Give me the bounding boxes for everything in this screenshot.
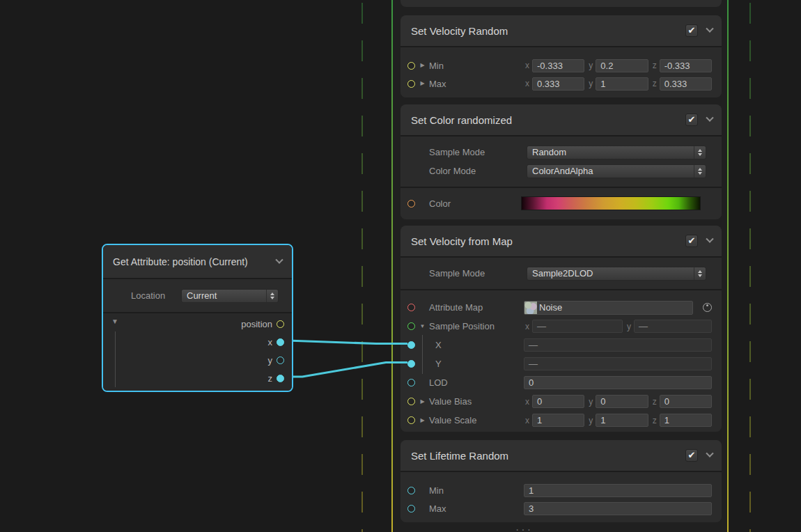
port-z[interactable] <box>277 375 284 382</box>
block-header[interactable]: Set Velocity from Map✔ <box>400 226 722 256</box>
port-attribute-map[interactable] <box>407 304 415 311</box>
node-title: Get Attribute: position (Current) <box>113 256 277 267</box>
property-section: Attribute MapNoise▼Sample Positionx—y—X—… <box>400 290 722 432</box>
axis-value-field[interactable]: 0 <box>532 395 584 408</box>
x-linked-field[interactable]: — <box>524 338 712 352</box>
block-header[interactable]: Set Color randomized✔ <box>400 104 722 135</box>
expander-collapsed-icon[interactable]: ▶ <box>418 411 427 430</box>
value-area: x0.333y1z0.333 <box>521 77 712 91</box>
axis-value-field[interactable]: 1 <box>596 414 648 427</box>
property-row-value-scale: ▶Value Scalex1y1z1 <box>400 411 722 430</box>
chevron-down-icon[interactable] <box>706 235 713 243</box>
sample-mode-dropdown-value: Random <box>527 147 694 157</box>
axis-label: x <box>525 416 529 425</box>
outputs-expander-icon[interactable]: ▼ <box>111 318 118 325</box>
value-area: 0 <box>521 376 712 389</box>
setting-label: Sample Mode <box>429 268 527 279</box>
location-value: Current <box>182 290 266 301</box>
axis-value-field[interactable]: -0.333 <box>532 59 584 72</box>
block-set-velocity-random[interactable]: Set Velocity Random✔▶Minx-0.333y0.2z-0.3… <box>400 15 722 97</box>
output-row-position: position <box>103 315 292 333</box>
block-set-color-randomized[interactable]: Set Color randomized✔Sample ModeRandomCo… <box>400 104 722 219</box>
min-field[interactable]: 1 <box>524 484 712 497</box>
axis-value-field[interactable]: — <box>532 320 623 333</box>
port-y[interactable] <box>277 357 284 364</box>
port-min[interactable] <box>407 487 415 494</box>
port-max[interactable] <box>407 505 415 513</box>
axis-value-field[interactable]: 0.2 <box>596 59 648 72</box>
location-dropdown[interactable]: Current <box>181 289 279 303</box>
enabled-checkbox[interactable]: ✔ <box>685 24 698 37</box>
port-color[interactable] <box>407 200 415 208</box>
axis-value-field[interactable]: 0.333 <box>660 77 712 91</box>
axis-value-field[interactable]: -0.333 <box>660 59 712 72</box>
dropdown-arrows-icon <box>694 165 706 178</box>
block-cropped-top[interactable] <box>400 0 722 7</box>
property-label: Min <box>429 485 521 496</box>
chevron-down-icon[interactable] <box>706 450 713 457</box>
settings-section: Sample ModeSample2DLOD <box>400 258 722 289</box>
chevron-down-icon[interactable] <box>275 256 283 263</box>
expander-collapsed-icon[interactable]: ▶ <box>418 392 427 411</box>
axis-value-field[interactable]: 1 <box>660 414 712 427</box>
axis-value-field[interactable]: 0.333 <box>532 77 584 91</box>
expander-expanded-icon[interactable]: ▼ <box>418 317 427 336</box>
axis-value-field[interactable]: — <box>634 320 712 333</box>
expander-collapsed-icon[interactable]: ▶ <box>418 75 427 93</box>
axis-value-field[interactable]: 0 <box>660 395 712 408</box>
port-value-scale[interactable] <box>407 416 415 424</box>
block-header[interactable]: Set Velocity Random✔ <box>400 15 722 46</box>
axis-label: y <box>589 397 593 407</box>
block-set-lifetime-random[interactable]: Set Lifetime Random✔Min1Max3 <box>400 440 722 522</box>
property-row-value-bias: ▶Value Biasx0y0z0 <box>400 392 722 411</box>
block-title: Set Velocity from Map <box>411 235 685 247</box>
property-label: Sample Position <box>429 321 521 331</box>
block-title: Set Lifetime Random <box>411 450 685 462</box>
chevron-down-icon[interactable] <box>706 25 713 33</box>
vfx-graph-canvas[interactable]: Set Velocity Random✔▶Minx-0.333y0.2z-0.3… <box>0 0 801 532</box>
node-get-attribute-position[interactable]: Get Attribute: position (Current) Locati… <box>102 244 293 392</box>
color-gradient-field[interactable] <box>521 196 701 210</box>
expander-collapsed-icon[interactable]: ▶ <box>418 56 427 75</box>
axis-value-field[interactable]: 1 <box>532 414 584 427</box>
port-sample-position[interactable] <box>407 322 415 330</box>
enabled-checkbox[interactable]: ✔ <box>685 235 698 247</box>
setting-row-color-mode: Color ModeColorAndAlpha <box>400 162 722 180</box>
property-section: Color <box>400 188 722 219</box>
object-picker-icon[interactable] <box>703 303 712 312</box>
block-header[interactable]: Set Lifetime Random✔ <box>400 440 722 471</box>
port-x[interactable] <box>277 338 284 346</box>
settings-section: Sample ModeRandomColor ModeColorAndAlpha <box>400 136 722 187</box>
y-linked-field[interactable]: — <box>524 357 712 370</box>
node-header[interactable]: Get Attribute: position (Current) <box>103 245 292 278</box>
port-lod[interactable] <box>407 379 415 386</box>
texture-thumbnail <box>524 302 537 314</box>
port-position[interactable] <box>277 320 284 328</box>
property-label: Y <box>435 359 521 369</box>
max-field[interactable]: 3 <box>524 502 712 515</box>
axis-label: x <box>525 322 529 331</box>
output-label: x <box>268 337 273 347</box>
value-area: — <box>521 357 712 370</box>
sample-mode-dropdown[interactable]: Random <box>527 146 706 159</box>
axis-label: z <box>653 397 657 407</box>
port-min[interactable] <box>407 62 415 70</box>
port-value-bias[interactable] <box>407 398 415 405</box>
axis-label: z <box>653 61 657 70</box>
port-x[interactable] <box>407 341 415 349</box>
sample-mode-dropdown[interactable]: Sample2DLOD <box>527 267 706 281</box>
property-label: LOD <box>429 377 521 388</box>
axis-value-field[interactable]: 1 <box>596 77 648 91</box>
enabled-checkbox[interactable]: ✔ <box>685 449 698 462</box>
object-field-noise[interactable]: Noise <box>524 301 693 315</box>
block-set-velocity-from-map[interactable]: Set Velocity from Map✔Sample ModeSample2… <box>400 226 722 432</box>
lod-field[interactable]: 0 <box>524 376 712 389</box>
port-y[interactable] <box>407 360 415 368</box>
axis-value-field[interactable]: 0 <box>596 395 648 408</box>
chevron-down-icon[interactable] <box>706 114 713 122</box>
port-max[interactable] <box>407 80 415 88</box>
vfx-context[interactable]: Set Velocity Random✔▶Minx-0.333y0.2z-0.3… <box>391 0 729 532</box>
enabled-checkbox[interactable]: ✔ <box>685 114 698 126</box>
axis-label: y <box>589 416 593 425</box>
color-mode-dropdown[interactable]: ColorAndAlpha <box>527 164 706 178</box>
